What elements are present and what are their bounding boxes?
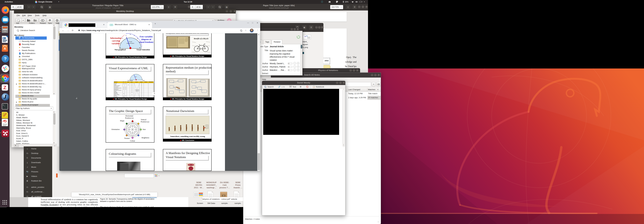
svg-text:Specifically: Specifically [135, 89, 139, 90]
svg-text:Visual: Visual [129, 41, 132, 42]
svg-text:prohibited: prohibited [135, 90, 139, 91]
svg-text:Non-graphical: Non-graphical [128, 80, 133, 81]
svg-text:Saturation: Saturation [142, 80, 145, 81]
svg-text:Visual Saturation: Visual Saturation [136, 49, 150, 51]
svg-text:3: 3 [126, 34, 126, 36]
svg-text:0: 0 [120, 47, 120, 48]
svg-text:Visual: Visual [135, 76, 137, 77]
svg-text:6: 6 [137, 37, 138, 39]
svg-text:0: 0 [129, 79, 130, 80]
svg-text:expressiveness: expressiveness [126, 42, 134, 44]
svg-text:8: 8 [142, 79, 143, 80]
svg-text:8: 8 [139, 47, 140, 48]
svg-text:Non-graphical: Non-graphical [114, 49, 126, 51]
